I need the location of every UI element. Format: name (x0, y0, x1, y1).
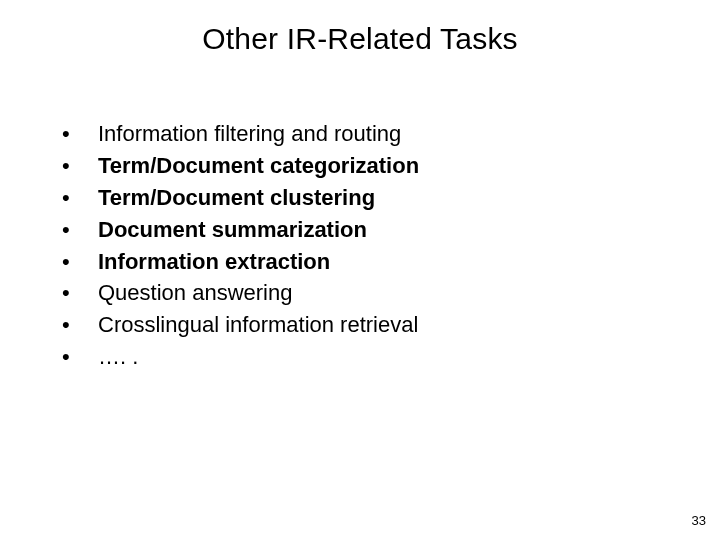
list-item-text: Information extraction (98, 246, 330, 278)
bullet-icon: • (60, 277, 98, 309)
bullet-icon: • (60, 182, 98, 214)
bullet-icon: • (60, 341, 98, 373)
list-item: •Information extraction (60, 246, 660, 278)
list-item-text: …. . (98, 341, 138, 373)
page-number: 33 (692, 513, 706, 528)
bullet-icon: • (60, 309, 98, 341)
list-item-text: Document summarization (98, 214, 367, 246)
bullet-icon: • (60, 150, 98, 182)
list-item: •Term/Document categorization (60, 150, 660, 182)
list-item-text: Question answering (98, 277, 292, 309)
list-item: •…. . (60, 341, 660, 373)
list-item: •Information filtering and routing (60, 118, 660, 150)
slide: Other IR-Related Tasks •Information filt… (0, 0, 720, 540)
list-item: •Question answering (60, 277, 660, 309)
list-item: •Document summarization (60, 214, 660, 246)
list-item-text: Term/Document categorization (98, 150, 419, 182)
slide-title: Other IR-Related Tasks (0, 22, 720, 56)
list-item: •Term/Document clustering (60, 182, 660, 214)
list-item-text: Information filtering and routing (98, 118, 401, 150)
bullet-icon: • (60, 214, 98, 246)
list-item-text: Crosslingual information retrieval (98, 309, 418, 341)
bullet-icon: • (60, 246, 98, 278)
list-item: •Crosslingual information retrieval (60, 309, 660, 341)
list-item-text: Term/Document clustering (98, 182, 375, 214)
bullet-icon: • (60, 118, 98, 150)
bullet-list: •Information filtering and routing•Term/… (60, 118, 660, 373)
